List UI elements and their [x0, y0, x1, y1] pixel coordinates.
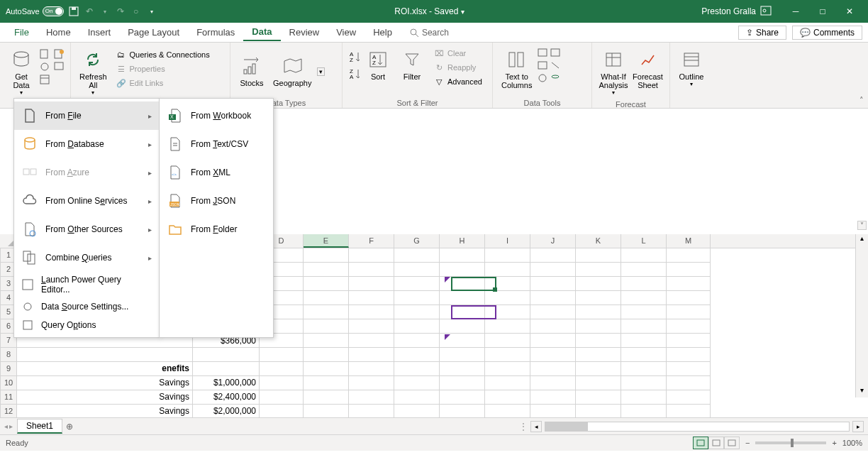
- undo-icon[interactable]: ↶: [84, 6, 95, 17]
- cell-B11[interactable]: Savings: [17, 390, 193, 405]
- outline-button[interactable]: Outline ▾: [676, 45, 707, 90]
- remove-duplicates-icon[interactable]: [538, 61, 547, 71]
- cell-J10[interactable]: [530, 376, 576, 390]
- cell-K5[interactable]: [576, 305, 621, 319]
- cell-E1[interactable]: [304, 248, 349, 263]
- qat-customize-icon[interactable]: ▾: [146, 6, 157, 17]
- cell-H6[interactable]: [440, 319, 485, 334]
- col-header-E[interactable]: E: [304, 234, 349, 248]
- cell-E9[interactable]: [304, 362, 349, 376]
- cell-J5[interactable]: [530, 305, 576, 319]
- recent-sources-icon[interactable]: [54, 48, 65, 60]
- menu-combine-queries[interactable]: Combine Queries ▸: [14, 243, 159, 272]
- sheet-nav-prev[interactable]: ◂: [4, 422, 8, 430]
- cell-J9[interactable]: [530, 362, 576, 376]
- cell-K10[interactable]: [576, 376, 621, 390]
- cell-L2[interactable]: [621, 263, 667, 277]
- flash-fill-icon[interactable]: [538, 48, 547, 58]
- cell-I3[interactable]: [485, 277, 530, 291]
- menu-from-database[interactable]: From Database ▸: [14, 130, 159, 158]
- cell-K9[interactable]: [576, 362, 621, 376]
- page-layout-view-button[interactable]: [708, 437, 724, 449]
- menu-launch-pqe[interactable]: Launch Power Query Editor...: [14, 272, 159, 297]
- text-to-columns-button[interactable]: Text to Columns: [499, 45, 535, 92]
- col-header-G[interactable]: G: [394, 234, 440, 248]
- cell-M2[interactable]: [667, 263, 711, 277]
- cell-G2[interactable]: [394, 263, 440, 277]
- cell-E7[interactable]: [304, 334, 349, 348]
- tab-page-layout[interactable]: Page Layout: [119, 24, 188, 40]
- cell-E5[interactable]: [304, 305, 349, 319]
- collapse-formula-bar-icon[interactable]: ˅: [857, 221, 867, 230]
- cell-H2[interactable]: [440, 263, 485, 277]
- cell-E12[interactable]: [304, 405, 349, 417]
- get-data-button[interactable]: Get Data ▾: [6, 45, 37, 99]
- cell-G7[interactable]: [394, 334, 440, 348]
- cell-G11[interactable]: [394, 390, 440, 405]
- maximize-button[interactable]: □: [810, 3, 835, 20]
- forecast-sheet-button[interactable]: Forecast Sheet: [632, 45, 664, 92]
- cell-I8[interactable]: [485, 348, 530, 362]
- cell-E6[interactable]: [304, 319, 349, 334]
- cell-B9[interactable]: enefits: [17, 362, 193, 376]
- queries-connections-button[interactable]: 🗂Queries & Connections: [113, 48, 213, 61]
- cell-L10[interactable]: [621, 376, 667, 390]
- cell-G3[interactable]: [394, 277, 440, 291]
- cell-D11[interactable]: [260, 390, 304, 405]
- save-icon[interactable]: [68, 6, 79, 17]
- cell-H5[interactable]: [440, 305, 485, 319]
- col-header-H[interactable]: H: [440, 234, 485, 248]
- cell-J1[interactable]: [530, 248, 576, 263]
- refresh-all-button[interactable]: Refresh All ▾: [77, 45, 110, 99]
- cell-K3[interactable]: [576, 277, 621, 291]
- col-header-K[interactable]: K: [576, 234, 621, 248]
- account-icon[interactable]: [760, 6, 772, 18]
- row-header-12[interactable]: 12: [0, 405, 17, 417]
- sort-button[interactable]: AZ Sort: [362, 45, 394, 84]
- cell-L12[interactable]: [621, 405, 667, 417]
- data-validation-icon[interactable]: [538, 74, 547, 84]
- menu-from-azure[interactable]: From Azure ▸: [14, 158, 159, 187]
- cell-I7[interactable]: [485, 334, 530, 348]
- cell-F4[interactable]: [349, 291, 394, 305]
- cell-D10[interactable]: [260, 376, 304, 390]
- cell-L7[interactable]: [621, 334, 667, 348]
- menu-from-file[interactable]: From File ▸: [14, 101, 159, 130]
- cell-I6[interactable]: [485, 319, 530, 334]
- cell-K8[interactable]: [576, 348, 621, 362]
- cell-D9[interactable]: [260, 362, 304, 376]
- tell-me-search[interactable]: Search: [409, 28, 449, 38]
- tab-help[interactable]: Help: [365, 24, 401, 40]
- cell-C11[interactable]: $2,400,000: [193, 390, 260, 405]
- col-header-F[interactable]: F: [349, 234, 394, 248]
- cell-C8[interactable]: [193, 348, 260, 362]
- cell-I2[interactable]: [485, 263, 530, 277]
- cell-C10[interactable]: $1,000,000: [193, 376, 260, 390]
- row-header-10[interactable]: 10: [0, 376, 17, 390]
- cell-E2[interactable]: [304, 263, 349, 277]
- geography-button[interactable]: Geography: [270, 52, 314, 90]
- cell-I5[interactable]: [485, 305, 530, 319]
- minimize-button[interactable]: ─: [783, 3, 808, 20]
- cell-L8[interactable]: [621, 348, 667, 362]
- cell-J7[interactable]: [530, 334, 576, 348]
- cell-J11[interactable]: [530, 390, 576, 405]
- cell-F10[interactable]: [349, 376, 394, 390]
- tab-formulas[interactable]: Formulas: [188, 24, 243, 40]
- from-text-icon[interactable]: [40, 48, 51, 60]
- clear-filter-button[interactable]: ⌧Clear: [430, 47, 485, 60]
- cell-B8[interactable]: [17, 348, 193, 362]
- cell-F2[interactable]: [349, 263, 394, 277]
- comments-button[interactable]: 💬 Comments: [792, 26, 862, 40]
- cell-E4[interactable]: [304, 291, 349, 305]
- filter-button[interactable]: Filter: [396, 45, 428, 84]
- row-header-9[interactable]: 9: [0, 362, 17, 376]
- zoom-slider[interactable]: [755, 441, 826, 444]
- add-sheet-button[interactable]: ⊕: [62, 422, 77, 432]
- cell-J8[interactable]: [530, 348, 576, 362]
- hscroll-right[interactable]: ▸: [852, 421, 864, 432]
- row-header-11[interactable]: 11: [0, 390, 17, 405]
- touch-mode-icon[interactable]: ○: [130, 6, 142, 17]
- hscroll-left[interactable]: ◂: [530, 421, 542, 432]
- cell-E11[interactable]: [304, 390, 349, 405]
